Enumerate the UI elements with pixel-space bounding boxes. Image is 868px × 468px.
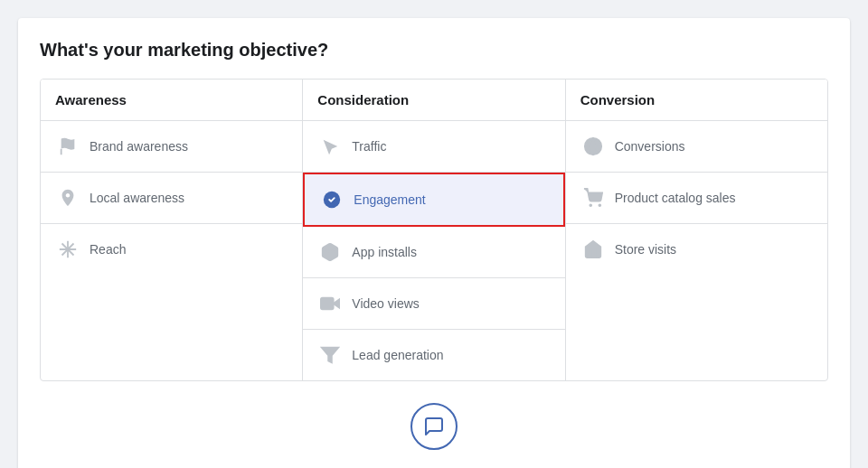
- menu-item-conversions[interactable]: Conversions: [566, 121, 827, 173]
- menu-item-lead-generation[interactable]: Lead generation: [303, 330, 564, 380]
- menu-item-label-brand-awareness: Brand awareness: [90, 139, 188, 154]
- menu-item-video-views[interactable]: Video views: [303, 278, 564, 330]
- svg-point-12: [590, 204, 591, 206]
- column-conversion: ConversionConversionsProduct catalog sal…: [566, 80, 827, 380]
- menu-item-engagement[interactable]: Engagement: [303, 173, 564, 227]
- column-awareness: AwarenessBrand awarenessLocal awarenessR…: [41, 80, 303, 380]
- menu-item-store-visits[interactable]: Store visits: [566, 224, 827, 275]
- menu-item-app-installs[interactable]: App installs: [303, 227, 564, 278]
- column-header-awareness: Awareness: [41, 80, 302, 121]
- menu-item-label-app-installs: App installs: [352, 245, 417, 259]
- column-consideration: ConsiderationTrafficEngagementApp instal…: [303, 80, 565, 380]
- box-icon: [317, 239, 343, 265]
- svg-rect-8: [321, 298, 334, 310]
- menu-item-brand-awareness[interactable]: Brand awareness: [41, 121, 302, 173]
- video-icon: [317, 291, 343, 316]
- menu-item-traffic[interactable]: Traffic: [303, 121, 564, 173]
- page-title: What's your marketing objective?: [40, 40, 828, 61]
- column-header-conversion: Conversion: [566, 80, 827, 121]
- svg-marker-7: [334, 299, 339, 307]
- check-circle-icon: [319, 187, 344, 212]
- menu-item-label-conversions: Conversions: [615, 139, 685, 154]
- menu-item-label-lead-generation: Lead generation: [352, 348, 443, 362]
- footer-chat-button[interactable]: [410, 403, 458, 450]
- menu-item-label-product-catalog-sales: Product catalog sales: [615, 191, 736, 205]
- main-container: What's your marketing objective? Awarene…: [18, 18, 850, 468]
- menu-item-label-local-awareness: Local awareness: [90, 191, 184, 205]
- menu-item-local-awareness[interactable]: Local awareness: [41, 173, 302, 224]
- flag-icon: [55, 134, 80, 159]
- filter-icon: [317, 342, 343, 368]
- menu-item-label-store-visits: Store visits: [615, 242, 676, 257]
- objective-columns: AwarenessBrand awarenessLocal awarenessR…: [40, 79, 828, 381]
- menu-item-label-engagement: Engagement: [354, 192, 425, 207]
- footer: [40, 403, 828, 450]
- cart-icon: [580, 185, 606, 211]
- menu-item-label-video-views: Video views: [352, 296, 419, 311]
- store-icon: [580, 237, 606, 262]
- column-header-consideration: Consideration: [303, 80, 564, 121]
- menu-item-label-reach: Reach: [90, 242, 126, 257]
- svg-marker-9: [322, 348, 338, 363]
- globe-icon: [580, 134, 606, 159]
- svg-point-13: [599, 204, 600, 206]
- asterisk-icon: [55, 237, 80, 262]
- menu-item-reach[interactable]: Reach: [41, 224, 302, 275]
- menu-item-product-catalog-sales[interactable]: Product catalog sales: [566, 173, 827, 224]
- menu-item-label-traffic: Traffic: [352, 139, 386, 154]
- cursor-icon: [317, 134, 343, 159]
- pin-icon: [55, 185, 80, 211]
